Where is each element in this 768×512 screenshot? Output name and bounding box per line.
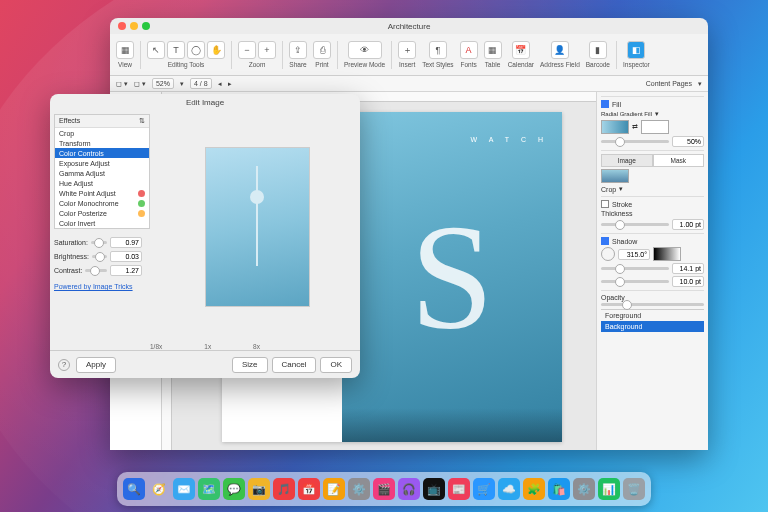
powered-by-link[interactable]: Powered by Image Tricks xyxy=(54,283,133,290)
dock-app-icon[interactable]: ⚙️ xyxy=(573,478,595,500)
effect-item[interactable]: Crop xyxy=(55,128,149,138)
contrast-field[interactable] xyxy=(110,265,142,276)
effect-item[interactable]: Color Invert xyxy=(55,218,149,228)
dock-app-icon[interactable]: ✉️ xyxy=(173,478,195,500)
dock-app-icon[interactable]: 🧩 xyxy=(523,478,545,500)
dock-app-icon[interactable]: ☁️ xyxy=(498,478,520,500)
inspector-panel: Fill Radial Gradient Fill▾ ⇄ ImageMask C… xyxy=(596,92,708,450)
cancel-button[interactable]: Cancel xyxy=(272,357,317,373)
effects-list: Effects⇅ CropTransformColor ControlsExpo… xyxy=(54,114,150,229)
dock-app-icon[interactable]: 🎵 xyxy=(273,478,295,500)
image-thumb[interactable] xyxy=(601,169,629,183)
ok-button[interactable]: OK xyxy=(320,357,352,373)
pointer-tool-icon[interactable]: ↖ xyxy=(147,41,165,59)
opacity-slider[interactable] xyxy=(601,303,704,306)
effect-item[interactable]: Hue Adjust xyxy=(55,178,149,188)
preview-button[interactable]: 👁 xyxy=(348,41,382,59)
barcode-icon[interactable]: ▮ xyxy=(589,41,607,59)
dock-app-icon[interactable]: 🎧 xyxy=(398,478,420,500)
dialog-title: Edit Image xyxy=(50,98,360,107)
fill-pct-field[interactable] xyxy=(672,136,704,147)
zoom-row: ◻ ▾ ◻ ▾ 52% ▾ 4 / 8 ◂ ▸ Content Pages ▾ xyxy=(110,76,708,92)
apply-button[interactable]: Apply xyxy=(76,357,116,373)
dock-app-icon[interactable]: 🧭 xyxy=(148,478,170,500)
size-button[interactable]: Size xyxy=(232,357,268,373)
next-page-icon[interactable]: ▸ xyxy=(228,80,232,88)
preview-image xyxy=(205,147,310,307)
dock-app-icon[interactable]: 📺 xyxy=(423,478,445,500)
stroke-checkbox[interactable] xyxy=(601,200,609,208)
zoom-field[interactable]: 52% xyxy=(152,78,174,89)
dock-app-icon[interactable]: 🛍️ xyxy=(548,478,570,500)
saturation-field[interactable] xyxy=(110,237,142,248)
text-tool-icon[interactable]: T xyxy=(167,41,185,59)
dock-app-icon[interactable]: 🗺️ xyxy=(198,478,220,500)
dock-app-icon[interactable]: 📷 xyxy=(248,478,270,500)
shapes-tool-icon[interactable]: ◯ xyxy=(187,41,205,59)
fonts-icon[interactable]: A xyxy=(460,41,478,59)
calendar-icon[interactable]: 📅 xyxy=(512,41,530,59)
image-tab[interactable]: Image xyxy=(601,154,653,167)
thickness-slider[interactable] xyxy=(601,223,669,226)
section-label: Content Pages xyxy=(646,80,692,87)
effect-item[interactable]: Gamma Adjust xyxy=(55,168,149,178)
hand-tool-icon[interactable]: ✋ xyxy=(207,41,225,59)
page-field[interactable]: 4 / 8 xyxy=(190,78,212,89)
layer-foreground[interactable]: Foreground xyxy=(601,310,704,321)
fill-checkbox[interactable] xyxy=(601,100,609,108)
dock-app-icon[interactable]: 🔍 xyxy=(123,478,145,500)
mask-tab[interactable]: Mask xyxy=(653,154,705,167)
dropdown-icon[interactable]: ◻ ▾ xyxy=(134,80,146,88)
dropdown-icon[interactable]: ◻ ▾ xyxy=(116,80,128,88)
contrast-slider[interactable] xyxy=(85,269,107,272)
dock-app-icon[interactable]: 💬 xyxy=(223,478,245,500)
tower-icon xyxy=(256,166,258,266)
zoom-in-icon[interactable]: + xyxy=(258,41,276,59)
brightness-slider[interactable] xyxy=(92,255,107,258)
inspector-icon[interactable]: ◧ xyxy=(627,41,645,59)
edit-image-dialog: Edit Image Effects⇅ CropTransformColor C… xyxy=(50,94,360,378)
brightness-field[interactable] xyxy=(110,251,142,262)
effect-item[interactable]: Exposure Adjust xyxy=(55,158,149,168)
dock-app-icon[interactable]: ⚙️ xyxy=(348,478,370,500)
effect-item[interactable]: White Point Adjust xyxy=(55,188,149,198)
titlebar: Architecture xyxy=(110,18,708,34)
poster-image[interactable]: W A T C H S xyxy=(342,112,562,442)
effect-item[interactable]: Color Posterize xyxy=(55,208,149,218)
address-icon[interactable]: 👤 xyxy=(551,41,569,59)
document-title: Architecture xyxy=(110,22,708,31)
dock-app-icon[interactable]: 📅 xyxy=(298,478,320,500)
shadow-checkbox[interactable] xyxy=(601,237,609,245)
poster-letter: S xyxy=(410,191,493,363)
effect-item[interactable]: Color Controls xyxy=(55,148,149,158)
help-icon[interactable]: ? xyxy=(58,359,70,371)
dock-app-icon[interactable]: 🗑️ xyxy=(623,478,645,500)
dock-app-icon[interactable]: 🎬 xyxy=(373,478,395,500)
dock-app-icon[interactable]: 📊 xyxy=(598,478,620,500)
gradient-swatch[interactable] xyxy=(601,120,629,134)
toolbar: ▦View ↖ T ◯ ✋ Editing Tools −+Zoom ⇪Shar… xyxy=(110,34,708,76)
view-button[interactable]: ▦ xyxy=(116,41,134,59)
dock-app-icon[interactable]: 📝 xyxy=(323,478,345,500)
share-icon[interactable]: ⇪ xyxy=(289,41,307,59)
prev-page-icon[interactable]: ◂ xyxy=(218,80,222,88)
preview-pane xyxy=(154,110,360,343)
zoom-out-icon[interactable]: − xyxy=(238,41,256,59)
skyline-icon xyxy=(342,408,562,442)
saturation-slider[interactable] xyxy=(91,241,107,244)
dock-app-icon[interactable]: 🛒 xyxy=(473,478,495,500)
angle-dial[interactable] xyxy=(601,247,615,261)
fill-slider[interactable] xyxy=(601,140,669,143)
textstyles-icon[interactable]: ¶ xyxy=(429,41,447,59)
table-icon[interactable]: ▦ xyxy=(484,41,502,59)
dock: 🔍🧭✉️🗺️💬📷🎵📅📝⚙️🎬🎧📺📰🛒☁️🧩🛍️⚙️📊🗑️ xyxy=(117,472,651,506)
effect-item[interactable]: Transform xyxy=(55,138,149,148)
insert-icon[interactable]: ＋ xyxy=(398,41,416,59)
dock-app-icon[interactable]: 📰 xyxy=(448,478,470,500)
print-icon[interactable]: ⎙ xyxy=(313,41,331,59)
poster-subtitle: W A T C H xyxy=(471,136,548,143)
sort-icon[interactable]: ⇅ xyxy=(139,117,145,125)
layer-background[interactable]: Background xyxy=(601,321,704,332)
effect-item[interactable]: Color Monochrome xyxy=(55,198,149,208)
